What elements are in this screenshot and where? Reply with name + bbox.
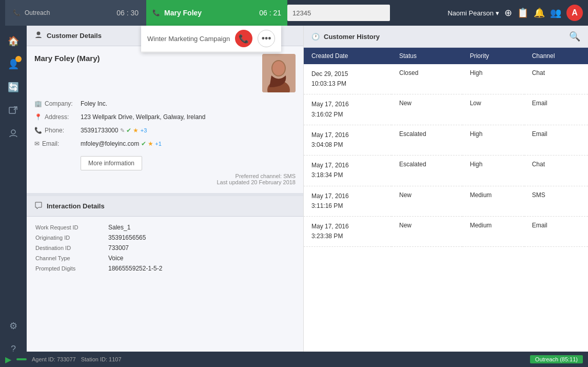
history-priority: Medium <box>462 216 524 246</box>
history-table-row[interactable]: Dec 29, 201510:03:13 PM Closed High Chat <box>304 64 588 94</box>
interaction-icon <box>34 201 43 211</box>
col-status: Status <box>391 48 462 64</box>
history-date: Dec 29, 201510:03:13 PM <box>304 64 391 94</box>
outreach-label: Outreach <box>25 9 50 16</box>
history-table-header: Created Date Status Priority Channel <box>304 48 588 64</box>
history-priority: High <box>462 156 524 186</box>
end-call-button[interactable]: 📞 <box>235 30 252 47</box>
history-status: New <box>391 186 462 216</box>
sidebar-item-agent[interactable] <box>3 123 24 144</box>
history-date: May 17, 20163:11:16 PM <box>304 186 391 216</box>
chevron-down-icon: ▾ <box>496 9 499 17</box>
email-star: ★ <box>148 140 153 147</box>
sidebar-item-contacts[interactable]: 👤 <box>3 54 24 74</box>
interaction-row: Prompted Digits18665559252-1-5-2 <box>35 264 295 273</box>
sidebar-item-home[interactable]: 🏠 <box>3 31 24 51</box>
top-bar: 📞 Outreach 06 : 30 📞 Mary Foley 06 : 21 … <box>0 0 588 26</box>
add-icon[interactable]: ⊕ <box>504 7 512 18</box>
history-status: Escalated <box>391 156 462 186</box>
sidebar-item-interactions[interactable]: 🔄 <box>3 77 24 98</box>
address-value: 123 Wellpark Drive, Wellpark, Galway, Ir… <box>81 113 296 121</box>
edit-phone-icon[interactable]: ✎ <box>120 127 125 133</box>
history-date: May 17, 20163:18:34 PM <box>304 156 391 186</box>
history-title-text: Customer History <box>324 33 380 41</box>
history-status: Closed <box>391 64 462 94</box>
outreach-timer: 06 : 30 <box>116 9 139 17</box>
history-header: 🕐 Customer History 🔍 <box>304 26 588 48</box>
search-input[interactable] <box>287 5 390 21</box>
history-channel: Chat <box>524 156 588 186</box>
history-priority: High <box>462 125 524 155</box>
history-table-row[interactable]: May 17, 20163:23:38 PM New Medium Email <box>304 216 588 246</box>
interaction-section: Interaction Details Work Request IDSales… <box>27 193 303 282</box>
address-label: 📍 Address: <box>34 113 81 121</box>
interaction-details-title: Interaction Details <box>47 202 105 210</box>
interaction-row: Originating ID35391656565 <box>35 233 295 242</box>
email-row: ✉ Email: mfoley@foleyinc.com ✔ ★ +1 <box>34 140 296 147</box>
interaction-body: Work Request IDSales_1Originating ID3539… <box>27 217 303 282</box>
phone-star: ★ <box>133 127 139 134</box>
history-priority: Low <box>462 94 524 125</box>
history-date: May 17, 20163:04:08 PM <box>304 125 391 155</box>
history-table-row[interactable]: May 17, 20163:11:16 PM New Medium SMS <box>304 186 588 216</box>
sidebar-item-outbound[interactable] <box>3 100 24 121</box>
active-call-tab[interactable]: 📞 Mary Foley 06 : 21 <box>146 0 287 26</box>
clock-icon: 🕐 <box>311 33 320 41</box>
history-priority: Medium <box>462 186 524 216</box>
agent-status-badge <box>16 358 27 360</box>
history-title: 🕐 Customer History <box>311 33 380 41</box>
interaction-row: Channel TypeVoice <box>35 254 295 263</box>
station-id: Station ID: 1107 <box>81 356 122 362</box>
email-address[interactable]: mfoley@foleyinc.com <box>81 140 139 147</box>
more-options-button[interactable]: ••• <box>258 30 275 47</box>
interaction-row: Work Request IDSales_1 <box>35 223 295 232</box>
customer-name: Mary Foley (Mary) <box>34 54 262 63</box>
location-icon: 📍 <box>34 113 42 121</box>
notes-icon[interactable]: 📋 <box>517 7 528 18</box>
right-panel: 🕐 Customer History 🔍 Created Date Status… <box>304 26 588 367</box>
phone-value: 35391733000 ✎ ✔ ★ +3 <box>81 127 296 134</box>
more-information-button[interactable]: More information <box>81 156 142 170</box>
email-extra[interactable]: +1 <box>155 141 162 147</box>
email-label: ✉ Email: <box>34 140 81 147</box>
phone-label: 📞 Phone: <box>34 127 81 134</box>
history-table-row[interactable]: May 17, 20163:18:34 PM Escalated High Ch… <box>304 156 588 186</box>
sidebar-item-settings[interactable]: ⚙ <box>3 316 24 336</box>
notification-icon[interactable]: 🔔 <box>534 7 545 18</box>
svg-point-2 <box>37 32 41 35</box>
outreach-tab[interactable]: 📞 Outreach 06 : 30 <box>5 0 146 26</box>
customer-name-row: Mary Foley (Mary) <box>34 54 296 92</box>
history-table: Created Date Status Priority Channel Dec… <box>304 48 588 247</box>
left-panel: Customer Details Mary Foley (Mary) � <box>27 26 304 367</box>
outreach-status-badge: Outreach (85:11) <box>530 355 583 363</box>
phone-detail-icon: 📞 <box>34 127 42 134</box>
history-channel: Chat <box>524 64 588 94</box>
preferred-channel: Preferred channel: SMS Last updated 20 F… <box>34 173 296 185</box>
user-avatar-btn[interactable]: A <box>566 5 583 21</box>
company-value: Foley Inc. <box>81 100 296 107</box>
main-content: Customer Details Mary Foley (Mary) � <box>27 26 588 367</box>
interaction-details-header: Interaction Details <box>27 196 303 217</box>
col-channel: Channel <box>524 48 588 64</box>
phone-verified-icon: ✔ <box>126 127 131 134</box>
call-phone-icon: 📞 <box>152 9 160 16</box>
address-row: 📍 Address: 123 Wellpark Drive, Wellpark,… <box>34 113 296 121</box>
history-table-row[interactable]: May 17, 20163:04:08 PM Escalated High Em… <box>304 125 588 155</box>
history-status: Escalated <box>391 125 462 155</box>
history-search-btn[interactable]: 🔍 <box>569 31 580 42</box>
history-table-row[interactable]: May 17, 20163:16:02 PM New Low Email <box>304 94 588 125</box>
interaction-row: Destination ID733007 <box>35 243 295 253</box>
customer-avatar <box>262 54 296 92</box>
phone-extra[interactable]: +3 <box>141 127 147 133</box>
history-channel: SMS <box>524 186 588 216</box>
svg-point-5 <box>272 61 285 75</box>
contacts-icon[interactable]: 👥 <box>550 7 561 18</box>
email-verified-icon: ✔ <box>141 140 146 147</box>
user-name: Naomi Pearson ▾ <box>447 9 499 17</box>
play-button[interactable]: ▶ <box>5 355 11 364</box>
history-channel: Email <box>524 94 588 125</box>
col-date: Created Date <box>304 48 391 64</box>
contacts-badge <box>15 56 22 62</box>
phone-number[interactable]: 35391733000 <box>81 127 118 134</box>
email-value: mfoley@foleyinc.com ✔ ★ +1 <box>81 140 296 147</box>
